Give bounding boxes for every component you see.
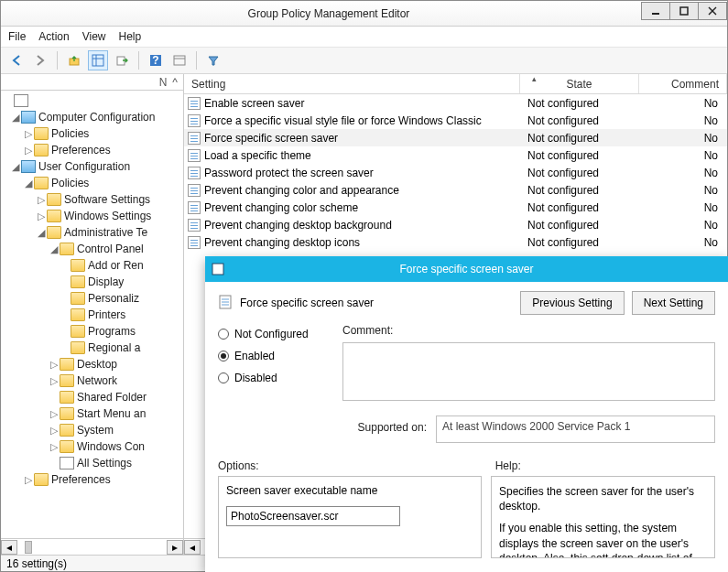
dialog-heading: Force specific screen saver (240, 297, 374, 309)
previous-setting-button[interactable]: Previous Setting (520, 291, 624, 315)
scroll-left-icon[interactable]: ◂ (1, 540, 17, 555)
setting-comment: No (639, 219, 727, 232)
tree-hscroll[interactable]: ◂ ▸ (1, 538, 183, 555)
up-folder-button[interactable] (64, 50, 84, 70)
tree-cc-prefs[interactable]: Preferences (51, 144, 111, 156)
forward-button[interactable] (30, 50, 50, 70)
tree-network[interactable]: Network (77, 374, 117, 387)
setting-comment: No (639, 236, 727, 249)
view-tree-button[interactable] (88, 50, 108, 70)
tree-cp-programs[interactable]: Programs (88, 325, 136, 338)
col-state[interactable]: State (520, 74, 639, 93)
comment-label: Comment: (342, 324, 393, 337)
dialog-titlebar: Force specific screen saver (205, 256, 728, 282)
close-button[interactable] (698, 2, 727, 20)
setting-name: Password protect the screen saver (204, 167, 374, 179)
options-label: Options: (218, 459, 259, 472)
help-paragraph-1: Specifies the screen saver for the user'… (499, 484, 707, 513)
tree-control-panel[interactable]: Control Panel (77, 243, 144, 255)
radio-enabled[interactable]: Enabled (218, 350, 328, 362)
tree-uc-prefs[interactable]: Preferences (51, 473, 111, 486)
radio-not-configured[interactable]: Not Configured (218, 328, 328, 340)
header-caption-n: N (159, 76, 168, 89)
window-title: Group Policy Management Editor (16, 7, 642, 20)
setting-comment: No (639, 132, 727, 145)
tree-cp-addrem[interactable]: Add or Ren (88, 259, 144, 272)
tree-computer-config[interactable]: Computer Configuration (38, 111, 155, 124)
setting-row[interactable]: Password protect the screen saverNot con… (184, 164, 727, 181)
setting-row[interactable]: Force specific screen saverNot configure… (184, 129, 727, 146)
setting-state: Not configured (520, 149, 639, 162)
setting-row[interactable]: Prevent changing color and appearanceNot… (184, 181, 727, 199)
tree-software[interactable]: Software Settings (64, 193, 150, 206)
setting-comment: No (639, 167, 727, 179)
setting-state: Not configured (520, 201, 639, 214)
setting-name: Force specific screen saver (204, 132, 338, 145)
filter-button[interactable] (203, 50, 223, 70)
tree-desktop[interactable]: Desktop (77, 358, 117, 371)
menu-action[interactable]: Action (38, 30, 69, 43)
scroll-right-icon[interactable]: ▸ (167, 540, 183, 555)
settings-list[interactable]: Enable screen saverNot configuredNoForce… (184, 94, 727, 251)
setting-state: Not configured (520, 132, 639, 145)
setting-item-icon (188, 201, 201, 214)
next-setting-button[interactable]: Next Setting (632, 291, 715, 315)
setting-comment: No (639, 201, 727, 214)
setting-item-icon (188, 97, 201, 110)
computer-cfg-icon (21, 111, 36, 124)
setting-item-icon (188, 236, 201, 249)
tree-all-settings[interactable]: All Settings (77, 457, 132, 469)
setting-state: Not configured (520, 114, 639, 127)
dialog-icon (211, 262, 225, 276)
setting-row[interactable]: Force a specific visual style file or fo… (184, 112, 727, 129)
state-radio-group: Not Configured Enabled Disabled (218, 328, 328, 384)
setting-item-icon (188, 184, 201, 197)
tree-system[interactable]: System (77, 424, 114, 437)
radio-disabled[interactable]: Disabled (218, 372, 328, 384)
menu-help[interactable]: Help (119, 30, 142, 43)
menu-view[interactable]: View (82, 30, 106, 43)
comment-textarea[interactable] (342, 342, 715, 401)
setting-item-icon (188, 149, 201, 162)
tree-startmenu[interactable]: Start Menu an (77, 407, 146, 420)
setting-item-icon (188, 132, 201, 145)
user-cfg-icon (21, 160, 36, 173)
tree-uc-policies[interactable]: Policies (51, 177, 89, 189)
tree-cc-policies[interactable]: Policies (51, 127, 89, 140)
col-comment[interactable]: Comment (639, 74, 727, 93)
setting-name: Prevent changing desktop icons (204, 236, 360, 249)
list-header: Setting ▴ State Comment (184, 74, 727, 94)
tree-cp-display[interactable]: Display (88, 275, 124, 288)
tree-shared[interactable]: Shared Folder (77, 391, 147, 404)
setting-row[interactable]: Prevent changing color schemeNot configu… (184, 199, 727, 216)
setting-item-icon (188, 114, 201, 127)
minimize-button[interactable] (641, 2, 670, 20)
setting-row[interactable]: Load a specific themeNot configuredNo (184, 146, 727, 164)
properties-button[interactable] (169, 50, 190, 70)
tree-admin[interactable]: Administrative Te (64, 226, 147, 239)
setting-row[interactable]: Enable screen saverNot configuredNo (184, 94, 727, 112)
maximize-button[interactable] (669, 2, 699, 20)
menu-file[interactable]: File (8, 30, 26, 43)
tree-cp-personalize[interactable]: Personaliz (88, 292, 139, 305)
options-panel: Screen saver executable name (218, 476, 482, 558)
tree-windows[interactable]: Windows Settings (64, 210, 151, 222)
option-field-label: Screen saver executable name (226, 484, 473, 497)
back-button[interactable] (6, 50, 27, 70)
screensaver-exe-input[interactable] (226, 506, 400, 526)
setting-item-icon (188, 167, 201, 179)
toolbar: ? (1, 47, 727, 74)
tree-cp-printers[interactable]: Printers (88, 308, 125, 321)
tree-user-config[interactable]: User Configuration (38, 160, 130, 173)
setting-row[interactable]: Prevent changing desktop iconsNot config… (184, 233, 727, 251)
list-scroll-left[interactable]: ◂ (184, 540, 201, 555)
col-setting[interactable]: Setting (184, 74, 520, 93)
setting-name: Force a specific visual style file or fo… (204, 114, 482, 127)
tree-view[interactable]: ◢Computer Configuration ▷Policies ▷Prefe… (1, 91, 183, 538)
setting-state: Not configured (520, 97, 639, 110)
tree-pane: N ^ ◢Computer Configuration ▷Policies ▷P… (1, 74, 184, 555)
tree-cp-regional[interactable]: Regional a (88, 341, 140, 354)
setting-row[interactable]: Prevent changing desktop backgroundNot c… (184, 216, 727, 233)
export-button[interactable] (112, 50, 132, 70)
help-button[interactable]: ? (146, 50, 166, 70)
